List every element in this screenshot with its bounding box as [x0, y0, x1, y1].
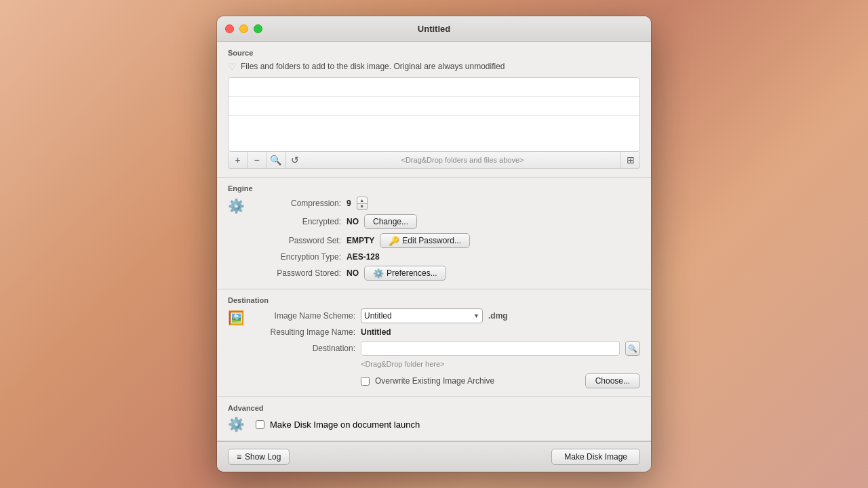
destination-content: Image Name Scheme: Untitled ▼ .dmg Resul… — [250, 308, 640, 388]
title-bar: Untitled — [217, 16, 651, 42]
overwrite-checkbox[interactable] — [361, 377, 370, 386]
make-on-launch-row: Make Disk Image on document launch — [256, 420, 420, 430]
destination-section: Destination 🖼️ Image Name Scheme: Untitl… — [217, 289, 651, 397]
show-log-label: Show Log — [245, 452, 281, 462]
drag-drop-folder-hint: <Drag&Drop folder here> — [361, 360, 445, 368]
compression-label: Compression: — [253, 199, 341, 208]
file-list-area[interactable] — [228, 77, 640, 152]
make-disk-image-button[interactable]: Make Disk Image — [551, 449, 640, 465]
password-stored-value: NO — [347, 268, 359, 278]
image-name-scheme-select[interactable]: Untitled ▼ — [361, 308, 483, 323]
spinner-down-arrow[interactable]: ▼ — [357, 204, 367, 210]
encryption-type-value: AES-128 — [347, 252, 380, 262]
overwrite-label: Overwrite Existing Image Archive — [375, 376, 494, 386]
engine-section-label: Engine — [228, 184, 640, 192]
overwrite-row: Overwrite Existing Image Archive Choose.… — [250, 373, 640, 388]
image-name-scheme-row: Image Name Scheme: Untitled ▼ .dmg — [250, 308, 640, 323]
maximize-button[interactable] — [254, 24, 262, 33]
source-section: Source ♡ Files and folders to add to the… — [217, 42, 651, 178]
destination-disk-icon: 🖼️ — [228, 308, 245, 326]
chevron-down-icon: ▼ — [473, 312, 479, 319]
encrypted-row: Encrypted: NO Change... — [253, 214, 640, 229]
heart-icon: ♡ — [228, 61, 237, 72]
resulting-image-name-label: Resulting Image Name: — [250, 327, 355, 337]
encrypted-value: NO — [347, 217, 359, 226]
list-view-button[interactable]: ⊞ — [620, 152, 639, 168]
preferences-label: Preferences... — [387, 268, 437, 278]
encryption-type-row: Encryption Type: AES-128 — [253, 252, 640, 262]
key-icon: 🔑 — [389, 236, 399, 246]
destination-section-label: Destination — [228, 296, 640, 304]
minimize-button[interactable] — [239, 24, 248, 33]
engine-section: Engine ⚙️ Compression: 9 ▲ ▼ En — [217, 178, 651, 289]
image-name-scheme-label: Image Name Scheme: — [250, 311, 355, 321]
search-file-icon: 🔍 — [270, 155, 281, 165]
compression-spinner[interactable]: ▲ ▼ — [357, 197, 368, 210]
window-title: Untitled — [418, 24, 450, 34]
edit-password-button[interactable]: 🔑 Edit Password... — [380, 233, 470, 248]
file-list-row — [229, 78, 639, 97]
window-body: Source ♡ Files and folders to add to the… — [217, 42, 651, 472]
source-description: ♡ Files and folders to add to the disk i… — [228, 61, 640, 72]
remove-file-button[interactable]: − — [248, 152, 267, 168]
file-list-row — [229, 97, 639, 116]
advanced-row: ⚙️ Make Disk Image on document launch — [228, 416, 640, 432]
refresh-icon: ↺ — [291, 155, 299, 165]
drag-drop-folder-row: <Drag&Drop folder here> — [250, 360, 640, 368]
main-window: Untitled Source ♡ Files and folders to a… — [217, 16, 651, 472]
advanced-gear-icon: ⚙️ — [228, 416, 245, 432]
refresh-file-button[interactable]: ↺ — [285, 152, 304, 168]
search-file-button[interactable]: 🔍 — [267, 152, 285, 168]
edit-password-label: Edit Password... — [402, 236, 461, 245]
resulting-image-name-value: Untitled — [361, 327, 391, 337]
log-icon: ≡ — [237, 452, 241, 462]
spinner-up-arrow[interactable]: ▲ — [357, 197, 367, 204]
file-list-row — [229, 116, 639, 135]
destination-input[interactable] — [361, 341, 620, 356]
advanced-section-label: Advanced — [228, 404, 640, 412]
choose-button[interactable]: Choose... — [585, 373, 640, 388]
encrypted-label: Encrypted: — [253, 217, 341, 226]
engine-gear-icon: ⚙️ — [228, 197, 253, 214]
scheme-select-value: Untitled — [364, 311, 392, 321]
password-set-value: EMPTY — [347, 236, 374, 245]
resulting-image-name-row: Resulting Image Name: Untitled — [250, 327, 640, 337]
source-description-text: Files and folders to add to the disk ima… — [241, 62, 505, 71]
make-on-launch-checkbox[interactable] — [256, 420, 264, 429]
preferences-gear-icon: ⚙️ — [373, 268, 384, 279]
destination-search-button[interactable]: 🔍 — [625, 341, 640, 356]
change-button[interactable]: Change... — [364, 214, 417, 229]
make-on-launch-label: Make Disk Image on document launch — [270, 420, 420, 430]
search-icon: 🔍 — [628, 344, 637, 353]
show-log-button[interactable]: ≡ Show Log — [228, 449, 290, 465]
password-stored-row: Password Stored: NO ⚙️ Preferences... — [253, 266, 640, 281]
extension-label: .dmg — [488, 311, 508, 321]
drag-drop-hint: <Drag&Drop folders and files above> — [304, 156, 620, 164]
close-button[interactable] — [225, 24, 234, 33]
destination-row: Destination: 🔍 — [250, 341, 640, 356]
preferences-button[interactable]: ⚙️ Preferences... — [364, 266, 446, 281]
add-file-button[interactable]: + — [229, 152, 248, 168]
password-set-label: Password Set: — [253, 236, 341, 245]
compression-value: 9 — [347, 199, 351, 208]
file-toolbar: + − 🔍 ↺ <Drag&Drop folders and files abo… — [228, 152, 640, 169]
encryption-type-label: Encryption Type: — [253, 252, 341, 262]
password-set-row: Password Set: EMPTY 🔑 Edit Password... — [253, 233, 640, 248]
password-stored-label: Password Stored: — [253, 268, 341, 278]
advanced-section: Advanced ⚙️ Make Disk Image on document … — [217, 397, 651, 441]
window-footer: ≡ Show Log Make Disk Image — [217, 441, 651, 472]
source-section-label: Source — [228, 49, 640, 57]
window-controls — [225, 24, 262, 33]
compression-row: Compression: 9 ▲ ▼ — [253, 197, 640, 210]
destination-label: Destination: — [250, 344, 355, 353]
